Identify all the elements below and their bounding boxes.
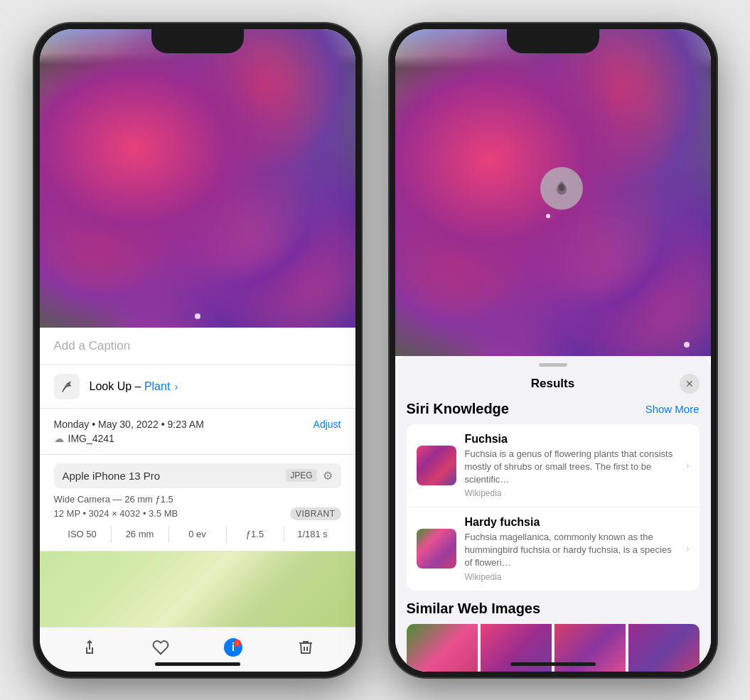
exif-row: ISO 50 26 mm 0 ev ƒ1.5 1/181 s (54, 526, 341, 542)
fuchsia-chevron: › (686, 460, 690, 471)
device-row: Apple iPhone 13 Pro JPEG ⚙ (54, 463, 341, 488)
results-panel: Results ✕ Siri Knowledge Show More (395, 356, 711, 672)
home-bar-2 (510, 662, 596, 666)
results-scroll[interactable]: Siri Knowledge Show More Fuchsia Fuchsia… (395, 401, 711, 672)
hardy-info: Hardy fuchsia Fuchsia magellanica, commo… (465, 516, 677, 582)
phone-1-inner: Add a Caption Look Up – Plant › (40, 29, 355, 672)
like-button[interactable] (152, 639, 169, 660)
exif-aperture: ƒ1.5 (227, 526, 284, 542)
lookup-text: Look Up – Plant › (90, 380, 178, 393)
meta-filename: IMG_4241 (68, 433, 114, 444)
meta-date-row: Monday • May 30, 2022 • 9:23 AM Adjust (54, 419, 341, 430)
share-button[interactable] (81, 639, 98, 660)
meta-date: Monday • May 30, 2022 • 9:23 AM (54, 419, 204, 430)
device-name: Apple iPhone 13 Pro (63, 470, 161, 482)
gear-icon: ⚙ (323, 469, 333, 483)
similar-img-4[interactable] (628, 624, 700, 672)
show-more-button[interactable]: Show More (645, 403, 700, 415)
results-header: Results ✕ (395, 371, 711, 401)
lookup-label: Look Up – (90, 380, 141, 392)
adjust-button[interactable]: Adjust (314, 419, 341, 430)
caption-area[interactable]: Add a Caption (40, 328, 355, 365)
close-button[interactable]: ✕ (680, 374, 700, 394)
home-bar-1 (155, 662, 240, 666)
similar-section: Similar Web Images (407, 601, 700, 672)
map-preview[interactable] (40, 551, 355, 627)
results-title: Results (427, 377, 680, 391)
device-badges: JPEG ⚙ (286, 469, 332, 483)
fuchsia-desc: Fuchsia is a genus of flowering plants t… (465, 448, 677, 487)
hardy-desc: Fuchsia magellanica, commonly known as t… (465, 531, 677, 570)
results-handle (539, 363, 567, 367)
fuchsia-source: Wikipedia (465, 488, 677, 498)
meta-filename-row: ☁ IMG_4241 (54, 433, 341, 444)
vibrant-badge: VIBRANT (290, 507, 341, 520)
mp-row: 12 MP • 3024 × 4032 • 3.5 MB VIBRANT (54, 507, 341, 520)
lookup-link[interactable]: Plant (144, 380, 170, 392)
page-dot-2 (684, 342, 690, 348)
hardy-source: Wikipedia (465, 572, 677, 582)
phones-container: Add a Caption Look Up – Plant › (34, 23, 717, 677)
page-dot-indicator (195, 313, 200, 319)
siri-dot (546, 214, 550, 218)
exif-iso: ISO 50 (54, 526, 112, 542)
siri-knowledge-title: Siri Knowledge (407, 401, 509, 417)
cloud-icon: ☁ (54, 433, 64, 444)
info-button[interactable]: i ! (223, 637, 243, 662)
fuchsia-name: Fuchsia (465, 433, 677, 446)
similar-img-1[interactable] (407, 624, 478, 672)
siri-knowledge-header: Siri Knowledge Show More (407, 401, 700, 417)
fuchsia-info: Fuchsia Fuchsia is a genus of flowering … (465, 433, 677, 499)
knowledge-item-hardy[interactable]: Hardy fuchsia Fuchsia magellanica, commo… (407, 507, 700, 591)
device-section: Apple iPhone 13 Pro JPEG ⚙ Wide Camera —… (40, 455, 355, 551)
phone-1: Add a Caption Look Up – Plant › (34, 23, 361, 677)
format-badge: JPEG (286, 469, 316, 482)
camera-lens: Wide Camera — 26 mm ƒ1.5 (54, 494, 341, 505)
exif-ev: 0 ev (169, 526, 227, 542)
lookup-row[interactable]: Look Up – Plant › (40, 365, 355, 409)
exif-shutter: 1/181 s (284, 526, 341, 542)
notch-1 (151, 29, 244, 53)
meta-section: Monday • May 30, 2022 • 9:23 AM Adjust ☁… (40, 409, 355, 455)
phone-2-inner: Results ✕ Siri Knowledge Show More (395, 29, 711, 672)
mp-text: 12 MP • 3024 × 4032 • 3.5 MB (54, 508, 178, 519)
hardy-thumbnail (417, 529, 456, 569)
exif-focal: 26 mm (112, 526, 169, 542)
flower-photo-1-inner (40, 29, 355, 328)
phone2-content: Results ✕ Siri Knowledge Show More (395, 29, 711, 672)
map-location-dot (291, 591, 313, 613)
knowledge-card: Fuchsia Fuchsia is a genus of flowering … (407, 424, 700, 591)
knowledge-item-fuchsia[interactable]: Fuchsia Fuchsia is a genus of flowering … (407, 424, 700, 508)
phone-2: Results ✕ Siri Knowledge Show More (390, 23, 717, 677)
delete-button[interactable] (297, 639, 314, 660)
svg-text:!: ! (237, 641, 238, 646)
caption-placeholder: Add a Caption (54, 339, 131, 352)
svg-point-4 (559, 184, 564, 191)
siri-badge (540, 167, 583, 210)
leaf-icon (60, 379, 74, 394)
similar-title: Similar Web Images (407, 601, 700, 617)
flower-photo-2 (395, 29, 711, 356)
lookup-icon (54, 374, 80, 399)
lookup-chevron: › (175, 381, 178, 392)
hardy-name: Hardy fuchsia (465, 516, 677, 529)
notch-2 (507, 29, 599, 53)
hardy-chevron: › (686, 543, 690, 554)
flower-photo-1 (40, 29, 355, 328)
fuchsia-thumbnail (417, 446, 456, 485)
phone1-content: Add a Caption Look Up – Plant › (40, 29, 355, 672)
